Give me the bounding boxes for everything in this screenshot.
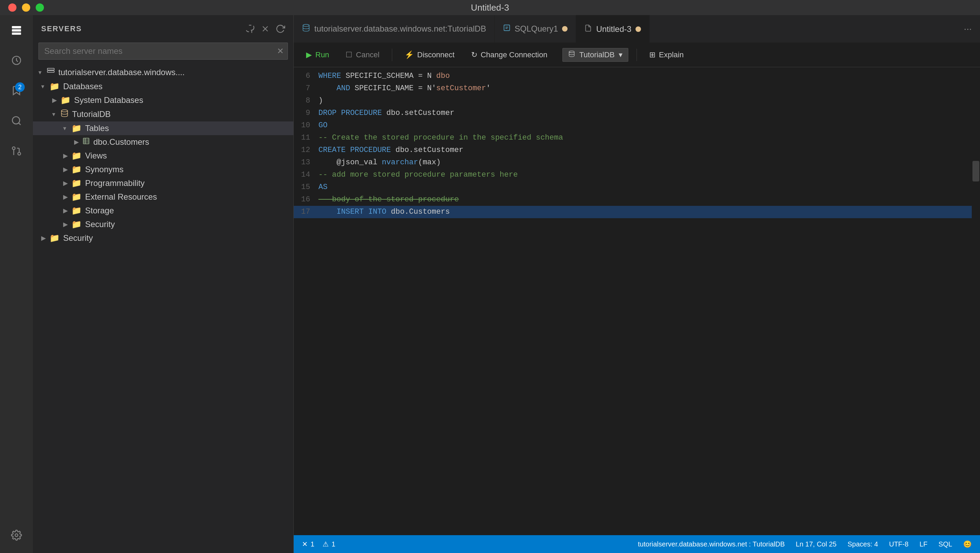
tree-arrow: ▾ [63, 124, 72, 132]
maximize-button[interactable] [36, 3, 44, 12]
search-clear-icon[interactable]: ✕ [277, 46, 284, 56]
tab-untitled3-label: Untitled-3 [596, 24, 632, 34]
tree-item-synonyms[interactable]: ▶ 📁 Synonyms [33, 163, 293, 176]
encoding-info: UTF-8 [889, 540, 908, 548]
db-selector-label: TutorialDB [579, 51, 614, 59]
tree-item-storage[interactable]: ▶ 📁 Storage [33, 204, 293, 218]
error-number: 1 [310, 540, 314, 548]
sqlquery1-modified-dot [562, 26, 568, 32]
warning-count[interactable]: ⚠ 1 [323, 540, 335, 548]
tree-item-system-databases[interactable]: ▶ 📁 System Databases [33, 93, 293, 107]
tab-more-button[interactable]: ··· [956, 23, 980, 34]
sidebar-item-search[interactable] [7, 111, 26, 130]
sidebar-item-git[interactable] [7, 141, 26, 160]
tree-item-customers[interactable]: ▶ dbo.Customers [33, 135, 293, 149]
server-tree: ▾ tutorialserver.database.windows.... ▾ … [33, 65, 293, 553]
tree-arrow: ▶ [63, 180, 72, 187]
sidebar-item-servers[interactable] [7, 21, 26, 40]
tree-item-views[interactable]: ▶ 📁 Views [33, 149, 293, 163]
connection-info: tutorialserver.database.windows.net : Tu… [638, 540, 785, 548]
cancel-icon: ☐ [345, 51, 352, 59]
tab-connection[interactable]: tutorialserver.database.windows.net:Tuto… [294, 15, 495, 43]
new-connection-icon[interactable] [245, 24, 255, 33]
folder-icon: 📁 [72, 192, 82, 202]
security-db-label: Security [85, 219, 115, 229]
code-line-13: 13 @json_val nvarchar(max) [294, 156, 980, 169]
change-connection-button[interactable]: ↻ Change Connection [467, 48, 551, 61]
editor-area: tutorialserver.database.windows.net:Tuto… [294, 15, 980, 553]
tree-arrow: ▶ [63, 166, 72, 173]
svg-point-6 [18, 152, 21, 155]
disconnect-label: Disconnect [417, 51, 455, 59]
explain-label: Explain [659, 51, 684, 59]
folder-icon: 📁 [72, 206, 82, 215]
tree-arrow: ▶ [63, 207, 72, 215]
folder-icon: 📁 [49, 233, 60, 243]
warning-number: 1 [331, 540, 335, 548]
sidebar-item-settings[interactable] [7, 528, 26, 548]
explain-button[interactable]: ⊞ Explain [645, 48, 688, 61]
tree-arrow: ▶ [52, 96, 60, 104]
folder-icon: 📁 [72, 178, 82, 188]
search-box: ✕ [38, 43, 288, 60]
code-line-11: 11 -- Create the stored procedure in the… [294, 132, 980, 144]
tree-item-server[interactable]: ▾ tutorialserver.database.windows.... [33, 65, 293, 79]
refresh-icon[interactable] [275, 24, 285, 33]
code-line-14: 14 -- add more stored procedure paramete… [294, 169, 980, 181]
close-button[interactable] [8, 3, 16, 12]
sidebar-item-bookmarks[interactable]: 2 [7, 81, 26, 100]
tree-arrow: ▶ [63, 221, 72, 228]
change-connection-label: Change Connection [481, 51, 547, 59]
main-code-editor[interactable]: 6 WHERE SPECIFIC_SCHEMA = N dbo 7 AND SP… [294, 67, 980, 535]
tree-item-security-db[interactable]: ▶ 📁 Security [33, 218, 293, 231]
cancel-button[interactable]: ☐ Cancel [341, 48, 383, 61]
tree-item-tutorialdb[interactable]: ▾ TutorialDB [33, 107, 293, 121]
tab-sqlquery1[interactable]: SQLQuery1 [495, 15, 576, 43]
scrollbar-track[interactable] [972, 67, 980, 535]
tree-item-databases[interactable]: ▾ 📁 Databases [33, 79, 293, 93]
db-selector-chevron: ▾ [619, 51, 622, 59]
error-count[interactable]: ✕ 1 [302, 540, 314, 548]
toolbar: ▶ Run ☐ Cancel ⚡ Disconnect ↻ Change Con… [294, 43, 980, 67]
cursor-position: Ln 17, Col 25 [796, 540, 837, 548]
sidebar-title: SERVERS [41, 24, 82, 33]
svg-point-19 [303, 24, 309, 26]
change-connection-icon: ↻ [471, 51, 477, 59]
tree-arrow: ▶ [63, 193, 72, 201]
code-line-10: 10 GO [294, 119, 980, 132]
tab-untitled3[interactable]: Untitled-3 [576, 15, 649, 43]
external-resources-label: External Resources [85, 192, 157, 202]
sidebar-item-history[interactable] [7, 51, 26, 70]
upper-code-lines: 6 WHERE SPECIFIC_SCHEMA = N dbo 7 AND SP… [294, 67, 980, 535]
disconnect-icon[interactable] [261, 24, 270, 33]
code-line-15: 15 AS [294, 181, 980, 194]
code-line-9: 9 DROP PROCEDURE dbo.setCustomer [294, 107, 980, 119]
database-selector[interactable]: TutorialDB ▾ [562, 48, 628, 62]
language-info[interactable]: SQL [939, 540, 952, 548]
folder-icon: 📁 [72, 165, 82, 174]
app-body: 2 SERVERS ✕ ▾ [0, 15, 980, 553]
sidebar: SERVERS ✕ ▾ tutorialserver.database.wind… [33, 15, 294, 553]
svg-point-23 [569, 51, 574, 52]
run-button[interactable]: ▶ Run [302, 48, 333, 61]
smiley-icon: 😊 [963, 540, 972, 548]
search-input[interactable] [38, 43, 288, 60]
tree-item-external-resources[interactable]: ▶ 📁 External Resources [33, 190, 293, 204]
explain-icon: ⊞ [649, 51, 655, 59]
tree-item-tables[interactable]: ▾ 📁 Tables [33, 121, 293, 135]
tree-item-security-top[interactable]: ▶ 📁 Security [33, 231, 293, 245]
disconnect-button[interactable]: ⚡ Disconnect [401, 48, 459, 61]
system-databases-label: System Databases [74, 95, 143, 105]
folder-icon: 📁 [72, 219, 82, 229]
minimize-button[interactable] [22, 3, 30, 12]
toolbar-separator [392, 49, 392, 61]
svg-rect-13 [47, 71, 54, 72]
run-icon: ▶ [306, 51, 312, 59]
table-icon [82, 137, 90, 147]
tree-item-programmability[interactable]: ▶ 📁 Programmability [33, 176, 293, 190]
scrollbar-thumb[interactable] [972, 161, 979, 181]
security-top-label: Security [63, 233, 93, 243]
tutorialdb-label: TutorialDB [72, 110, 110, 119]
svg-point-9 [15, 534, 18, 537]
tab-connection-label: tutorialserver.database.windows.net:Tuto… [314, 24, 486, 33]
